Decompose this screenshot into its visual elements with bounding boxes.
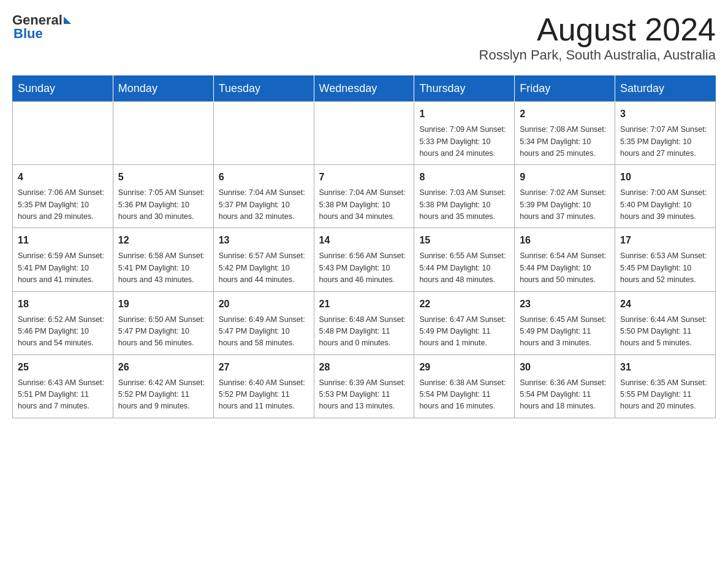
day-number: 11 bbox=[18, 233, 108, 248]
calendar-day-cell: 8Sunrise: 7:03 AM Sunset: 5:38 PM Daylig… bbox=[414, 165, 515, 228]
day-info: Sunrise: 6:57 AM Sunset: 5:42 PM Dayligh… bbox=[219, 250, 309, 286]
day-info: Sunrise: 7:04 AM Sunset: 5:38 PM Dayligh… bbox=[319, 187, 409, 223]
day-number: 29 bbox=[419, 360, 509, 375]
calendar-day-cell: 28Sunrise: 6:39 AM Sunset: 5:53 PM Dayli… bbox=[314, 354, 414, 418]
day-info: Sunrise: 6:53 AM Sunset: 5:45 PM Dayligh… bbox=[620, 250, 710, 286]
day-info: Sunrise: 6:45 AM Sunset: 5:49 PM Dayligh… bbox=[520, 314, 610, 350]
calendar-day-cell bbox=[13, 102, 113, 165]
calendar-day-cell: 31Sunrise: 6:35 AM Sunset: 5:55 PM Dayli… bbox=[615, 354, 716, 418]
day-number: 18 bbox=[18, 297, 108, 312]
day-number: 7 bbox=[319, 170, 409, 185]
logo: General Blue bbox=[12, 12, 71, 42]
day-info: Sunrise: 6:59 AM Sunset: 5:41 PM Dayligh… bbox=[18, 250, 108, 286]
day-number: 26 bbox=[118, 360, 208, 375]
page-header: General Blue August 2024 Rosslyn Park, S… bbox=[12, 12, 716, 63]
day-of-week-header: Friday bbox=[515, 76, 615, 102]
day-info: Sunrise: 6:42 AM Sunset: 5:52 PM Dayligh… bbox=[118, 377, 208, 413]
day-info: Sunrise: 6:40 AM Sunset: 5:52 PM Dayligh… bbox=[219, 377, 309, 413]
day-number: 14 bbox=[319, 233, 409, 248]
calendar-day-cell: 19Sunrise: 6:50 AM Sunset: 5:47 PM Dayli… bbox=[113, 291, 213, 354]
logo-text-blue: Blue bbox=[13, 26, 43, 42]
day-info: Sunrise: 6:49 AM Sunset: 5:47 PM Dayligh… bbox=[219, 314, 309, 350]
calendar-week-row: 18Sunrise: 6:52 AM Sunset: 5:46 PM Dayli… bbox=[13, 291, 716, 354]
calendar-day-cell: 5Sunrise: 7:05 AM Sunset: 5:36 PM Daylig… bbox=[113, 165, 213, 228]
day-info: Sunrise: 6:58 AM Sunset: 5:41 PM Dayligh… bbox=[118, 250, 208, 286]
day-number: 24 bbox=[620, 297, 710, 312]
calendar-title: August 2024 bbox=[479, 12, 716, 47]
calendar-subtitle: Rosslyn Park, South Australia, Australia bbox=[479, 47, 716, 63]
calendar-day-cell bbox=[113, 102, 213, 165]
calendar-day-cell: 16Sunrise: 6:54 AM Sunset: 5:44 PM Dayli… bbox=[515, 228, 615, 291]
day-info: Sunrise: 7:00 AM Sunset: 5:40 PM Dayligh… bbox=[620, 187, 710, 223]
day-number: 25 bbox=[18, 360, 108, 375]
day-info: Sunrise: 6:38 AM Sunset: 5:54 PM Dayligh… bbox=[419, 377, 509, 413]
calendar-day-cell bbox=[213, 102, 314, 165]
day-info: Sunrise: 6:44 AM Sunset: 5:50 PM Dayligh… bbox=[620, 314, 710, 350]
calendar-day-cell: 3Sunrise: 7:07 AM Sunset: 5:35 PM Daylig… bbox=[615, 102, 716, 165]
day-number: 28 bbox=[319, 360, 409, 375]
day-of-week-header: Thursday bbox=[414, 76, 515, 102]
day-number: 23 bbox=[520, 297, 610, 312]
day-info: Sunrise: 6:39 AM Sunset: 5:53 PM Dayligh… bbox=[319, 377, 409, 413]
day-number: 13 bbox=[219, 233, 309, 248]
day-number: 10 bbox=[620, 170, 710, 185]
calendar-day-cell: 1Sunrise: 7:09 AM Sunset: 5:33 PM Daylig… bbox=[414, 102, 515, 165]
day-number: 12 bbox=[118, 233, 208, 248]
calendar-day-cell: 17Sunrise: 6:53 AM Sunset: 5:45 PM Dayli… bbox=[615, 228, 716, 291]
calendar-day-cell: 9Sunrise: 7:02 AM Sunset: 5:39 PM Daylig… bbox=[515, 165, 615, 228]
day-info: Sunrise: 6:47 AM Sunset: 5:49 PM Dayligh… bbox=[419, 314, 509, 350]
day-info: Sunrise: 7:02 AM Sunset: 5:39 PM Dayligh… bbox=[520, 187, 610, 223]
calendar-day-cell: 24Sunrise: 6:44 AM Sunset: 5:50 PM Dayli… bbox=[615, 291, 716, 354]
day-info: Sunrise: 6:35 AM Sunset: 5:55 PM Dayligh… bbox=[620, 377, 710, 413]
day-number: 21 bbox=[319, 297, 409, 312]
day-info: Sunrise: 6:48 AM Sunset: 5:48 PM Dayligh… bbox=[319, 314, 409, 350]
day-number: 27 bbox=[219, 360, 309, 375]
day-info: Sunrise: 6:43 AM Sunset: 5:51 PM Dayligh… bbox=[18, 377, 108, 413]
title-block: August 2024 Rosslyn Park, South Australi… bbox=[479, 12, 716, 63]
day-of-week-header: Saturday bbox=[615, 76, 716, 102]
day-info: Sunrise: 6:55 AM Sunset: 5:44 PM Dayligh… bbox=[419, 250, 509, 286]
calendar-week-row: 4Sunrise: 7:06 AM Sunset: 5:35 PM Daylig… bbox=[13, 165, 716, 228]
day-info: Sunrise: 6:36 AM Sunset: 5:54 PM Dayligh… bbox=[520, 377, 610, 413]
calendar-day-cell: 13Sunrise: 6:57 AM Sunset: 5:42 PM Dayli… bbox=[213, 228, 314, 291]
calendar-day-cell: 10Sunrise: 7:00 AM Sunset: 5:40 PM Dayli… bbox=[615, 165, 716, 228]
day-info: Sunrise: 7:09 AM Sunset: 5:33 PM Dayligh… bbox=[419, 124, 509, 159]
calendar-day-cell: 30Sunrise: 6:36 AM Sunset: 5:54 PM Dayli… bbox=[515, 354, 615, 418]
day-number: 4 bbox=[18, 170, 108, 185]
calendar-day-cell: 12Sunrise: 6:58 AM Sunset: 5:41 PM Dayli… bbox=[113, 228, 213, 291]
calendar-day-cell: 20Sunrise: 6:49 AM Sunset: 5:47 PM Dayli… bbox=[213, 291, 314, 354]
calendar-table: SundayMondayTuesdayWednesdayThursdayFrid… bbox=[12, 75, 716, 418]
calendar-day-cell: 7Sunrise: 7:04 AM Sunset: 5:38 PM Daylig… bbox=[314, 165, 414, 228]
day-info: Sunrise: 6:50 AM Sunset: 5:47 PM Dayligh… bbox=[118, 314, 208, 350]
day-info: Sunrise: 6:52 AM Sunset: 5:46 PM Dayligh… bbox=[18, 314, 108, 350]
calendar-day-cell: 21Sunrise: 6:48 AM Sunset: 5:48 PM Dayli… bbox=[314, 291, 414, 354]
day-info: Sunrise: 7:03 AM Sunset: 5:38 PM Dayligh… bbox=[419, 187, 509, 223]
day-of-week-header: Tuesday bbox=[213, 76, 314, 102]
day-number: 30 bbox=[520, 360, 610, 375]
calendar-day-cell: 26Sunrise: 6:42 AM Sunset: 5:52 PM Dayli… bbox=[113, 354, 213, 418]
day-info: Sunrise: 7:07 AM Sunset: 5:35 PM Dayligh… bbox=[620, 124, 710, 159]
day-number: 15 bbox=[419, 233, 509, 248]
calendar-day-cell: 15Sunrise: 6:55 AM Sunset: 5:44 PM Dayli… bbox=[414, 228, 515, 291]
day-number: 22 bbox=[419, 297, 509, 312]
calendar-day-cell: 23Sunrise: 6:45 AM Sunset: 5:49 PM Dayli… bbox=[515, 291, 615, 354]
calendar-day-cell: 22Sunrise: 6:47 AM Sunset: 5:49 PM Dayli… bbox=[414, 291, 515, 354]
calendar-day-cell: 14Sunrise: 6:56 AM Sunset: 5:43 PM Dayli… bbox=[314, 228, 414, 291]
day-number: 5 bbox=[118, 170, 208, 185]
day-number: 31 bbox=[620, 360, 710, 375]
day-number: 19 bbox=[118, 297, 208, 312]
calendar-week-row: 1Sunrise: 7:09 AM Sunset: 5:33 PM Daylig… bbox=[13, 102, 716, 165]
day-info: Sunrise: 7:08 AM Sunset: 5:34 PM Dayligh… bbox=[520, 124, 610, 159]
day-info: Sunrise: 6:54 AM Sunset: 5:44 PM Dayligh… bbox=[520, 250, 610, 286]
calendar-day-cell: 27Sunrise: 6:40 AM Sunset: 5:52 PM Dayli… bbox=[213, 354, 314, 418]
calendar-day-cell: 4Sunrise: 7:06 AM Sunset: 5:35 PM Daylig… bbox=[13, 165, 113, 228]
day-number: 20 bbox=[219, 297, 309, 312]
day-number: 3 bbox=[620, 107, 710, 121]
day-number: 6 bbox=[219, 170, 309, 185]
day-number: 17 bbox=[620, 233, 710, 248]
calendar-week-row: 25Sunrise: 6:43 AM Sunset: 5:51 PM Dayli… bbox=[13, 354, 716, 418]
day-info: Sunrise: 7:06 AM Sunset: 5:35 PM Dayligh… bbox=[18, 187, 108, 223]
day-number: 9 bbox=[520, 170, 610, 185]
logo-triangle-icon bbox=[64, 17, 71, 24]
calendar-day-cell: 18Sunrise: 6:52 AM Sunset: 5:46 PM Dayli… bbox=[13, 291, 113, 354]
